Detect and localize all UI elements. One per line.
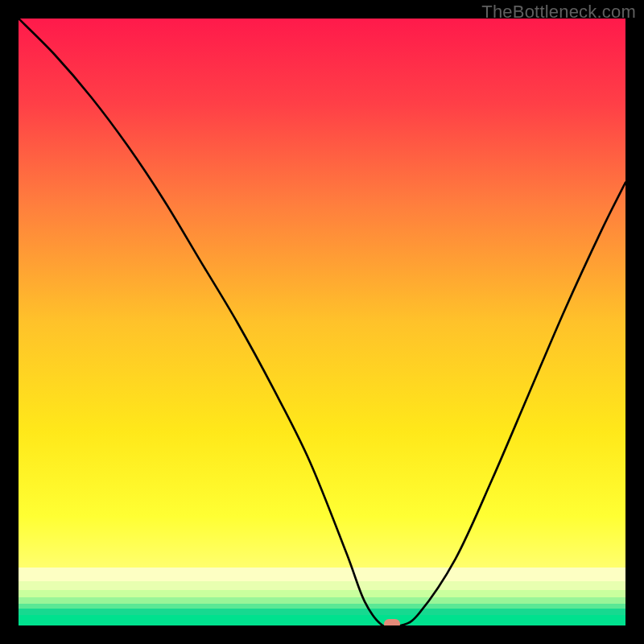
plot-area — [19, 19, 625, 625]
curve-layer — [19, 19, 625, 625]
bottleneck-curve-path — [19, 19, 625, 625]
optimal-marker — [384, 619, 400, 625]
chart-frame: TheBottleneck.com — [0, 0, 644, 644]
